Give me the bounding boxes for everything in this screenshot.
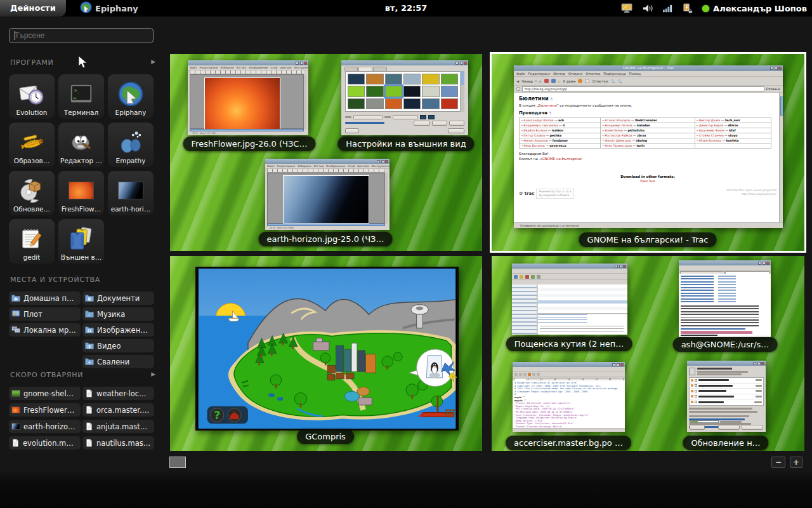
updates-buttons xyxy=(687,425,766,430)
place-2[interactable]: Локална мр… xyxy=(9,323,81,337)
recent-item-1[interactable]: FreshFlower… xyxy=(9,403,81,417)
power-icon[interactable] xyxy=(682,3,693,13)
folder-pictures-icon xyxy=(85,326,94,333)
window-trac[interactable]: GNOME на български! - Trac ФайлРедактира… xyxy=(514,65,783,228)
workspace-indicator[interactable] xyxy=(169,457,186,468)
trac-logo: ⚙ trac xyxy=(519,191,534,196)
bookmark-icon xyxy=(585,79,589,83)
recent-item-3[interactable]: evolution.m… xyxy=(9,436,81,450)
recent-item-2[interactable]: earth-horizo… xyxy=(9,420,81,433)
doc-icon xyxy=(85,406,93,414)
appearance-link xyxy=(345,122,384,124)
window-label-updates: Обновление н… xyxy=(683,436,768,450)
folder-videos-icon xyxy=(85,342,94,349)
appearance-color-combo xyxy=(393,115,418,119)
workspace-add-button[interactable]: + xyxy=(790,457,802,468)
trac-toolbar: ◀Назад▾ ▶ ⌂У дома Отметки 🔍🔍 xyxy=(514,77,783,86)
window-gedit[interactable]: # Bulgarian translation of accerciser po… xyxy=(513,362,625,432)
network-signal-icon[interactable] xyxy=(662,4,673,12)
place-3[interactable]: Видео xyxy=(82,339,154,352)
appearance-scrollbar xyxy=(461,71,464,112)
gedit-menubar xyxy=(513,367,625,372)
recent-item-2[interactable]: anjuta.mast… xyxy=(82,420,154,433)
places-col1: Домашна п…ПлотЛокална мр… xyxy=(9,291,81,337)
gedit-icon xyxy=(18,224,45,253)
window-earth-horizon[interactable]: ФайлРедактиранеИзбиранеИзгледИзображение… xyxy=(265,159,390,230)
item-label: Свалени xyxy=(97,358,129,366)
place-2[interactable]: Изображен… xyxy=(82,323,154,337)
evolution-folder-pane xyxy=(512,284,537,335)
gnome-shell-overview: Дейности Epiphany вт, 22:57 Александър Ш… xyxy=(0,0,812,508)
place-0[interactable]: Документи xyxy=(82,291,154,305)
thumb-earth-icon xyxy=(118,176,143,205)
app-tile-0[interactable]: Evolution xyxy=(9,74,55,119)
app-label: Обновле… xyxy=(13,205,50,213)
workspace-2-active[interactable]: GNOME на български! - Trac ФайлРедактира… xyxy=(490,52,806,253)
network-icon xyxy=(11,326,20,333)
volume-icon[interactable] xyxy=(642,4,653,13)
item-label: Видео xyxy=(97,342,121,351)
freshflower-statusbar: 33 % · Фон (13,3 MB) xyxy=(190,131,306,135)
app-tile-3[interactable]: Образов… xyxy=(9,123,55,167)
doc-icon xyxy=(11,439,20,447)
trac-url-field: http://fsa-bg.org/project/gtp xyxy=(522,86,764,91)
appearance-color1-swatch xyxy=(420,115,426,119)
place-1[interactable]: Плот xyxy=(9,307,81,321)
evolution-message-list xyxy=(538,284,627,314)
search-input[interactable] xyxy=(9,28,154,43)
epiphany-icon xyxy=(118,79,143,109)
app-tile-4[interactable]: Редактор … xyxy=(58,123,104,167)
workspace-4[interactable]: Пощенска кутия (2 неп… ash@GNOME:/usr/s…… xyxy=(492,256,804,451)
workspace-1[interactable]: ФайлРедактиранеИзбиранеИзгледИзображение… xyxy=(170,54,482,251)
top-bar: Дейности Epiphany вт, 22:57 Александър Ш… xyxy=(0,0,812,17)
window-terminal[interactable] xyxy=(679,260,771,337)
workspace-remove-button[interactable]: − xyxy=(771,457,785,468)
window-evolution[interactable] xyxy=(512,264,627,335)
window-label-evolution: Пощенска кутия (2 неп… xyxy=(506,337,632,351)
item-label: Изображен… xyxy=(97,326,148,335)
recent-item-0[interactable]: weather-loc… xyxy=(82,387,154,400)
app-tile-1[interactable]: >_Терминал xyxy=(58,74,104,119)
evolution-menubar xyxy=(512,269,627,274)
programs-expander-icon[interactable]: ▶ xyxy=(151,58,156,65)
recent-expander-icon[interactable]: ▶ xyxy=(151,371,156,377)
recent-item-1[interactable]: orca.master.… xyxy=(82,403,154,417)
place-1[interactable]: ♪Музика xyxy=(82,307,154,321)
appearance-button-1 xyxy=(414,121,430,126)
thumb-flower-icon xyxy=(69,176,94,205)
place-0[interactable]: Домашна п… xyxy=(9,291,81,305)
recent-item-0[interactable]: gnome-shel… xyxy=(9,387,81,400)
app-tile-8[interactable]: earth-hori… xyxy=(108,171,154,215)
app-tile-5[interactable]: Empathy xyxy=(108,123,154,167)
place-4[interactable]: Свалени xyxy=(82,355,154,368)
app-tile-7[interactable]: FreshFlow… xyxy=(58,171,104,215)
app-label: FreshFlow… xyxy=(62,205,101,213)
desktop-icon xyxy=(11,310,20,318)
workspace-3[interactable]: ? GCompris xyxy=(170,256,482,451)
app-tile-2[interactable]: Epiphany xyxy=(108,74,154,119)
history-icon xyxy=(578,79,582,83)
trac-menubar: ФайлРедактиранеИзгледОтиванеОтметкиПодпр… xyxy=(514,71,783,77)
trac-titlebar: GNOME на български! - Trac xyxy=(514,65,783,71)
recent-item-3[interactable]: nautilus.mas… xyxy=(82,436,154,450)
earth-image xyxy=(283,175,369,224)
gedit-toolbar xyxy=(513,372,625,377)
user-menu[interactable]: Александър Шопов xyxy=(702,4,807,13)
window-gcompris[interactable]: ? xyxy=(195,267,459,431)
item-label: anjuta.mast… xyxy=(96,422,147,431)
window-label-gcompris: GCompris xyxy=(297,429,354,444)
item-label: Документи xyxy=(97,294,140,303)
app-tile-6[interactable]: Обновле… xyxy=(9,171,55,215)
window-updates[interactable] xyxy=(687,361,766,432)
window-appearance[interactable] xyxy=(341,60,468,135)
trac-statusbar: Отваряне на прозореца с отметките xyxy=(514,222,783,228)
app-tile-9[interactable]: gedit xyxy=(9,219,55,264)
window-freshflower[interactable]: ФайлРедактиранеИзбиранеИзгледИзображение… xyxy=(188,60,308,135)
translators-table: →Александър Шопов — ash→Атанас Кошаров —… xyxy=(519,117,771,149)
window-label-freshflower: FreshFlower.jpg-26.0 (ЧЗС… xyxy=(183,137,316,151)
appearance-tabs xyxy=(344,67,387,71)
app-tile-10[interactable]: Външен в… xyxy=(58,219,104,264)
display-icon[interactable] xyxy=(621,3,633,13)
item-label: Локална мр… xyxy=(23,326,76,335)
favicon xyxy=(516,87,520,91)
